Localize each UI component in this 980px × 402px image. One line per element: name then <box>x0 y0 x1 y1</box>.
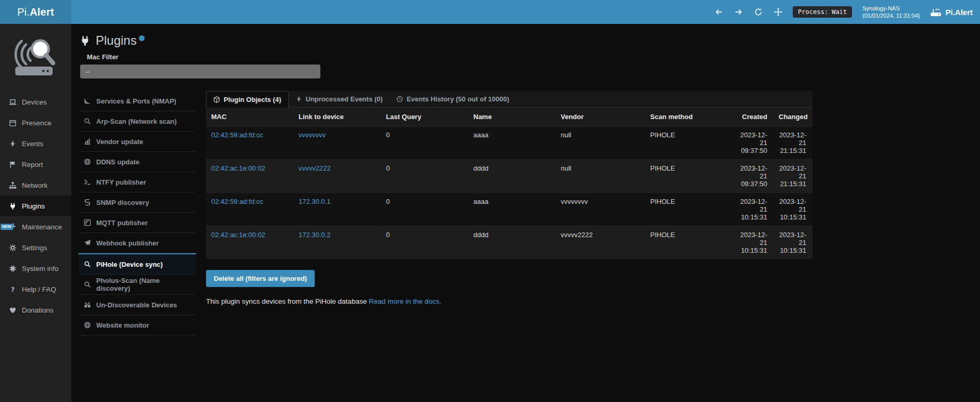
plugin-nav-item-snmp[interactable]: SNMP discovery <box>79 192 196 213</box>
mac-link[interactable]: 02:42:ac:1e:00:02 <box>211 164 265 172</box>
title-help-badge[interactable] <box>139 35 145 41</box>
plugin-nav-item-ddns[interactable]: DDNS update <box>79 152 196 172</box>
delete-all-button[interactable]: Delete all (filters are ignored) <box>206 270 315 287</box>
route-icon <box>84 199 91 206</box>
tab-unprocessed-events[interactable]: Unprocessed Events (0) <box>289 91 390 107</box>
mac-filter-label: Mac Filter <box>87 53 980 61</box>
sidebar-item-plugins[interactable]: Plugins <box>0 196 71 216</box>
sidebar-item-network[interactable]: Network <box>0 175 71 196</box>
changed-cell: 2023-12-21 21:15:31 <box>773 126 813 160</box>
device-link[interactable]: 172.30.0.1 <box>299 198 330 205</box>
svg-text:?: ? <box>11 286 15 293</box>
mac-link[interactable]: 02:42:ac:1e:00:02 <box>211 231 265 239</box>
mac-link[interactable]: 02:42:59:ad:fd:cc <box>211 198 263 205</box>
search-icon <box>84 281 91 288</box>
paper-plane-icon <box>84 239 91 247</box>
gear-icon <box>9 244 17 252</box>
sidebar-item-devices[interactable]: Devices <box>0 92 71 112</box>
sidebar-item-donations[interactable]: Donations <box>0 300 71 320</box>
process-status-badge: Process: Wait <box>793 6 852 18</box>
flag-icon <box>9 161 17 168</box>
cube-icon <box>213 96 220 103</box>
bolt-icon <box>9 140 17 148</box>
plugin-nav-item-pholus[interactable]: Pholus-Scan (Name discovery) <box>79 275 196 295</box>
refresh-icon[interactable] <box>754 8 763 16</box>
vendor-cell: null <box>556 160 645 193</box>
plugin-nav-item-vendor-update[interactable]: Vendor update <box>79 132 196 152</box>
sidebar-item-maintenance[interactable]: NEW Maintenance <box>0 216 71 237</box>
name-cell: dddd <box>468 226 556 260</box>
device-link[interactable]: vvvvvvvv <box>299 131 326 139</box>
column-header-name: Name <box>468 108 556 126</box>
name-cell: aaaa <box>468 193 556 226</box>
tab-plugin-objects[interactable]: Plugin Objects (4) <box>206 91 289 108</box>
mac-link[interactable]: 02:42:59:ad:fd:cc <box>211 131 263 139</box>
plugin-nav-label: Services & Ports (NMAP) <box>96 97 176 105</box>
page-title: Plugins <box>80 33 980 48</box>
created-cell: 2023-12-21 10:15:31 <box>734 226 773 260</box>
sidebar-item-presence[interactable]: Presence <box>0 112 71 133</box>
column-header-scan-method: Scan method <box>645 108 734 126</box>
move-icon[interactable] <box>774 8 782 16</box>
docs-link[interactable]: Read more in the docs. <box>369 297 442 305</box>
table-row: 02:42:59:ad:fd:cc 172.30.0.1 0 aaaa vvvv… <box>206 193 813 226</box>
forward-icon[interactable] <box>734 8 743 16</box>
device-link[interactable]: 172.30.0.2 <box>299 231 330 239</box>
mac-filter-input[interactable] <box>80 64 320 79</box>
plugin-nav-item-arpscan[interactable]: Arp-Scan (Network scan) <box>79 111 196 132</box>
plugin-panel: Plugin Objects (4) Unprocessed Events (0… <box>206 91 813 305</box>
brand-bold: Alert <box>30 6 54 18</box>
sidebar-item-label: Help / FAQ <box>22 286 56 293</box>
topbar-app-name: Pi.Alert <box>945 8 973 17</box>
table-row: 02:42:59:ad:fd:cc vvvvvvvv 0 aaaa null P… <box>206 126 813 160</box>
column-header-vendor: Vendor <box>556 108 645 126</box>
tab-label: Unprocessed Events (0) <box>306 95 383 103</box>
device-link[interactable]: vvvvv2222 <box>299 164 330 172</box>
plugin-nav-item-pihole[interactable]: PiHole (Device sync) <box>79 253 196 275</box>
last-query-cell: 0 <box>381 126 468 160</box>
host-time: (01/01/2024, 11:31:04) <box>862 12 920 19</box>
plugin-nav-item-nmap[interactable]: Services & Ports (NMAP) <box>79 91 196 111</box>
plugin-nav: Services & Ports (NMAP) Arp-Scan (Networ… <box>79 91 196 335</box>
scan-method-cell: PIHOLE <box>645 226 734 260</box>
topbar: Pi.Alert Process: Wait Synology-NAS (01/… <box>0 0 980 24</box>
plugin-nav-label: PiHole (Device sync) <box>96 261 163 268</box>
page-title-text: Plugins <box>96 33 137 48</box>
brand-light: Pi. <box>17 6 30 18</box>
tab-events-history[interactable]: Events History (50 out of 10000) <box>390 91 516 107</box>
sidebar-item-report[interactable]: Report <box>0 154 71 175</box>
plugin-nav-item-ntfy[interactable]: NTFY publisher <box>79 172 196 192</box>
column-header-changed: Changed <box>773 108 813 126</box>
calendar-icon <box>9 119 17 127</box>
name-cell: dddd <box>468 160 556 193</box>
plugin-nav-label: Pholus-Scan (Name discovery) <box>96 277 191 292</box>
sidebar-toggle-icon[interactable] <box>79 8 89 17</box>
question-icon: ? <box>9 286 17 293</box>
plug-icon <box>9 202 17 210</box>
plugin-nav-item-website-monitor[interactable]: Website monitor <box>79 315 196 335</box>
back-icon[interactable] <box>715 8 723 16</box>
created-cell: 2023-12-21 09:37:50 <box>734 126 773 160</box>
sidebar-item-events[interactable]: Events <box>0 133 71 154</box>
plugin-nav-item-mqtt[interactable]: MQTT publisher <box>79 213 196 233</box>
sidebar-item-label: System info <box>22 265 59 273</box>
plugin-objects-table: MAC Link to device Last Query Name Vendo… <box>206 108 813 259</box>
changed-cell: 2023-12-21 10:15:31 <box>773 226 813 260</box>
plugin-nav-label: DDNS update <box>96 158 139 166</box>
app-logo[interactable]: Pi.Alert <box>0 0 71 24</box>
plugin-nav-label: MQTT publisher <box>96 219 148 227</box>
sidebar-item-system-info[interactable]: System info <box>0 258 71 279</box>
main-content: Plugins Mac Filter Services & Ports (NMA… <box>71 24 980 402</box>
vendor-cell: null <box>556 126 645 160</box>
binoculars-icon <box>84 301 91 308</box>
plugin-nav-item-webhook[interactable]: Webhook publisher <box>79 233 196 253</box>
sidebar-item-settings[interactable]: Settings <box>0 237 71 258</box>
sidebar-item-label: Donations <box>22 306 54 314</box>
column-header-last-query: Last Query <box>381 108 468 126</box>
last-query-cell: 0 <box>381 226 468 260</box>
plugin-nav-item-undiscoverable[interactable]: Un-Discoverable Devices <box>79 295 196 315</box>
satellite-dish-icon <box>84 97 91 105</box>
sidebar-item-help-faq[interactable]: ? Help / FAQ <box>0 279 71 300</box>
sidebar: Devices Presence Events Report Network P… <box>0 24 71 402</box>
table-row: 02:42:ac:1e:00:02 172.30.0.2 0 dddd vvvv… <box>206 226 813 260</box>
